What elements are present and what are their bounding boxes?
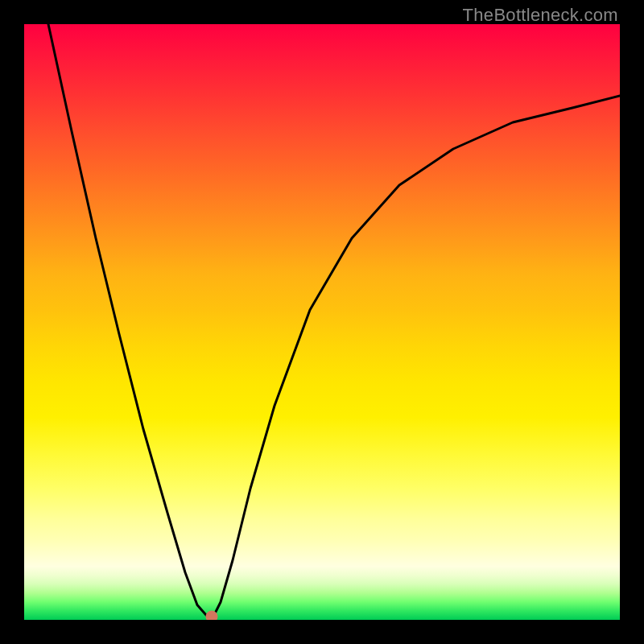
chart-plot-area: [24, 24, 620, 620]
chart-svg: [24, 24, 620, 620]
chart-frame: TheBottleneck.com: [0, 0, 644, 644]
bottleneck-curve-left: [48, 24, 212, 620]
bottleneck-curve-right: [212, 96, 620, 620]
watermark-text: TheBottleneck.com: [463, 5, 618, 26]
